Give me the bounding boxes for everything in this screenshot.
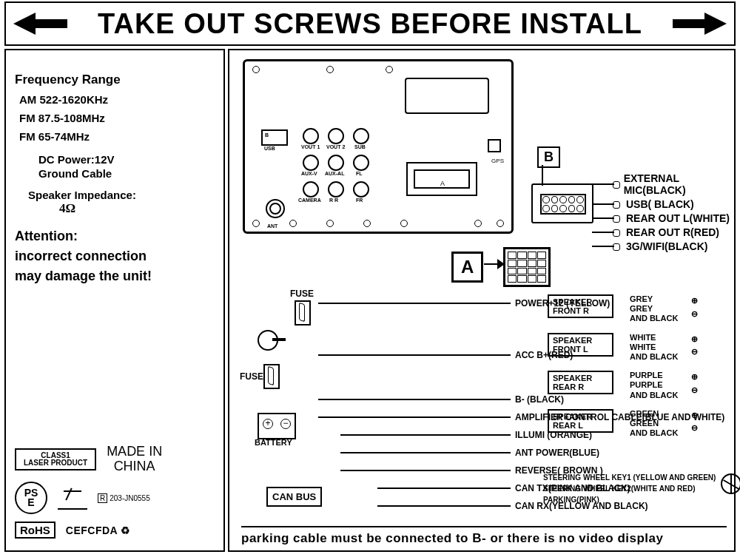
- connector-a-letter: A: [440, 180, 445, 187]
- vout1-label: VOUT 1: [301, 144, 320, 149]
- polarity-icon: ⊕⊖: [691, 294, 698, 320]
- specs-panel: Frequency Range AM 522-1620KHz FM 87.5-1…: [4, 49, 225, 552]
- wire-rear-r: REAR OUT R(RED): [626, 226, 719, 238]
- fuse-icon: [263, 364, 280, 389]
- a-connector: [503, 247, 551, 287]
- spk-fl-box: SPEAKER FRONT L: [548, 333, 613, 357]
- gps-port: [488, 139, 501, 152]
- spec-fm1: FM 87.5-108MHz: [19, 112, 215, 124]
- sw-key1: STEERING WHEEL KEY1 (YELLOW AND GREEN): [543, 472, 716, 483]
- wire-antpower: ANT POWER(BLUE): [515, 448, 599, 458]
- screw-icon: [326, 220, 334, 227]
- screw-icon: [474, 220, 482, 227]
- spk-fr-box: SPEAKER FRONT R: [548, 294, 613, 318]
- spec-fm2: FM 65-74MHz: [19, 130, 215, 143]
- freq-title: Frequency Range: [15, 72, 215, 87]
- fuse-label-2: FUSE: [240, 371, 263, 382]
- spk-rl-box: SPEAKER REAR L: [548, 409, 613, 433]
- connector-a-socket: A: [406, 162, 477, 196]
- attention-text: Attention: incorrect connection may dama…: [15, 226, 215, 286]
- a-callout-label: A: [451, 252, 483, 283]
- b-callout-line: [542, 165, 543, 186]
- wire-rear-l: REAR OUT L(WHITE): [626, 212, 730, 224]
- r-mark-icon: R: [98, 493, 107, 503]
- vout2-label: VOUT 2: [326, 144, 345, 149]
- spec-ground: Ground Cable: [38, 167, 215, 180]
- rca-vout1: [303, 128, 319, 144]
- fr-label: FR: [356, 198, 363, 203]
- antenna-port: [266, 199, 285, 218]
- reg-number: 203-JN0555: [110, 494, 149, 502]
- ant-label: ANT: [267, 223, 278, 229]
- parking-note: parking cable must be connected to B- or…: [241, 526, 727, 546]
- spk-rr-c2: PURPLE AND BLACK: [630, 380, 678, 399]
- fl-label: FL: [356, 171, 363, 176]
- rca-auxal: [328, 155, 344, 171]
- rca-camera: [303, 181, 319, 198]
- camera-label: CAMERA: [298, 198, 321, 203]
- screw-icon: [400, 220, 408, 227]
- battery-label: BATTERY: [255, 438, 292, 447]
- sub-label: SUB: [354, 144, 366, 149]
- b-connector: [531, 183, 593, 223]
- fuse-icon: [295, 300, 311, 325]
- rca-rr: [328, 181, 344, 198]
- fuse-label-1: FUSE: [290, 289, 314, 299]
- screw-icon: [289, 220, 297, 227]
- chassis-backpanel: B USB VOUT 1 VOUT 2 SUB AUX-V AUX-AL FL …: [243, 59, 514, 234]
- wire-usb: USB( BLACK): [626, 198, 694, 210]
- pse-badge: PS E: [15, 482, 47, 514]
- spk-fr-c2: GREY AND BLACK: [630, 304, 678, 323]
- spk-rr-box: SPEAKER REAR R: [548, 371, 613, 394]
- rohs-badge: RoHS: [15, 522, 56, 539]
- rca-sub: [353, 128, 369, 144]
- polarity-icon: ⊕⊖: [691, 333, 698, 359]
- class1-badge: CLASS1 LASER PRODUCT: [15, 448, 96, 470]
- sw-parking: PARKING(PINK): [543, 494, 716, 505]
- spec-ohm: 4Ω: [59, 201, 215, 216]
- spec-dc: DC Power:12V: [38, 153, 215, 166]
- ignition-key-icon: [258, 330, 278, 351]
- screw-icon: [326, 66, 334, 73]
- steering-wheel-icon: [721, 473, 740, 494]
- class1-l2: LASER PRODUCT: [24, 459, 87, 467]
- auxv-label: AUX-V: [301, 171, 317, 176]
- madein-l1: MADE IN: [107, 445, 162, 459]
- plug-icon: [592, 181, 619, 188]
- arrow-left-icon: [13, 13, 36, 35]
- b-wire-list: EXTERNAL MIC(BLACK) USB( BLACK) REAR OUT…: [592, 170, 734, 254]
- plug-icon: [592, 229, 622, 236]
- screw-icon: [386, 66, 393, 73]
- sw-key2: STEERING WHEEL KEY2(WHITE AND RED): [543, 483, 716, 494]
- gps-label: GPS: [491, 158, 504, 164]
- grounding-icon: [58, 486, 87, 510]
- spk-fr-c1: GREY: [630, 294, 678, 304]
- spk-rr-c1: PURPLE: [630, 371, 678, 380]
- wire-ext-mic: EXTERNAL MIC(BLACK): [624, 172, 734, 196]
- plug-icon: [592, 200, 622, 208]
- madein-l2: CHINA: [107, 459, 162, 474]
- display-cutout: [405, 78, 489, 114]
- b-callout-label: B: [537, 146, 560, 168]
- screw-icon: [252, 66, 260, 73]
- spec-impedance: Speaker Impedance:: [28, 189, 215, 201]
- badges-area: CLASS1 LASER PRODUCT MADE IN CHINA PS E …: [15, 437, 215, 546]
- screw-icon: [497, 220, 504, 227]
- screw-icon: [252, 220, 260, 227]
- polarity-icon: ⊕⊖: [691, 409, 698, 435]
- polarity-icon: ⊕⊖: [691, 371, 698, 397]
- plug-icon: [592, 243, 622, 250]
- spk-fl-c1: WHITE: [630, 333, 678, 343]
- steering-wheel-keys: STEERING WHEEL KEY1 (YELLOW AND GREEN) S…: [543, 472, 716, 505]
- battery-icon: [258, 413, 296, 439]
- usb-port: B: [261, 129, 288, 146]
- spk-rl-c2: GREEN AND BLACK: [630, 419, 678, 438]
- rca-vout2: [328, 128, 344, 144]
- usb-b-label: B: [265, 132, 269, 138]
- header-banner: TAKE OUT SCREWS BEFORE INSTALL: [4, 1, 736, 46]
- made-in-label: MADE IN CHINA: [107, 445, 162, 474]
- arrow-right-icon: [704, 13, 727, 35]
- plug-icon: [592, 215, 622, 222]
- canbus-box: CAN BUS: [266, 487, 322, 507]
- wire-wifi: 3G/WIFI(BLACK): [626, 240, 707, 252]
